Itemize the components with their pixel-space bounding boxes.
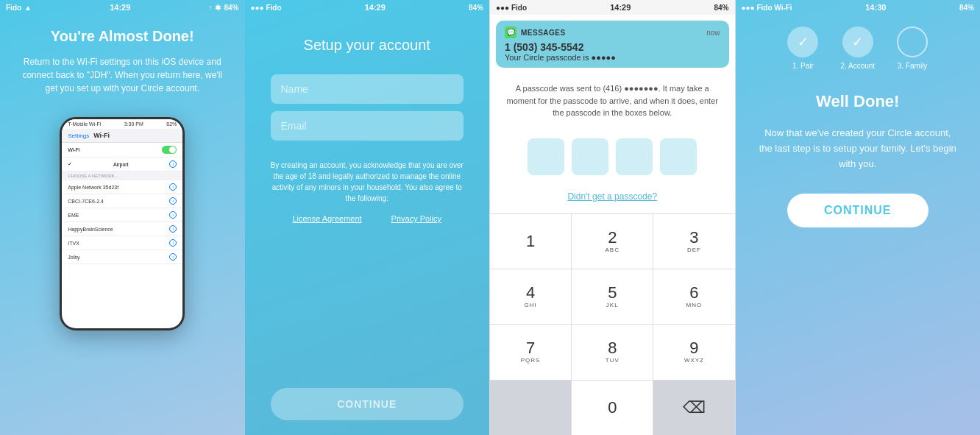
messages-app-icon: 💬: [505, 26, 516, 38]
key-number-1-2: 6: [689, 285, 698, 301]
key-0-2[interactable]: 3DEF: [653, 214, 734, 269]
key-3-1[interactable]: 0: [572, 381, 653, 435]
panel4-title: Well Done!: [816, 92, 899, 111]
step-family: ○ 3. Family: [897, 26, 928, 70]
key-3-2[interactable]: ⌫: [653, 381, 734, 435]
key-2-0[interactable]: 7PQRS: [490, 325, 572, 379]
status-left-3: ●●● Fido: [496, 4, 527, 12]
status-left-1: Fido ▲: [6, 4, 32, 12]
key-0-1[interactable]: 2ABC: [572, 214, 653, 269]
network-name-5: Jolby: [68, 255, 79, 260]
key-3-0[interactable]: [490, 381, 572, 435]
steps-row: ✓ 1. Pair ✓ 2. Account ○ 3. Family: [787, 26, 928, 70]
key-2-2[interactable]: 9WXYZ: [653, 325, 734, 379]
passcode-box-1[interactable]: [528, 138, 564, 175]
network-row-4[interactable]: ITVX i: [62, 236, 182, 250]
privacy-link[interactable]: Privacy Policy: [391, 214, 441, 223]
key-1-0[interactable]: 4GHI: [490, 269, 572, 324]
step-label-pair: 1. Pair: [792, 62, 814, 70]
network-info-3[interactable]: i: [169, 225, 177, 233]
step-account: ✓ 2. Account: [840, 26, 875, 70]
name-input[interactable]: [271, 74, 464, 104]
status-left-4: ●●● Fido Wi-Fi: [742, 4, 792, 12]
key-1-2[interactable]: 6MNO: [653, 269, 734, 324]
network-info-0[interactable]: i: [169, 183, 177, 191]
connected-checkmark: ✓: [68, 161, 72, 167]
status-bar-1: Fido ▲ 14:29 ↑ ✱ 84%: [0, 0, 245, 15]
wifi-header: Settings Wi-Fi: [62, 129, 182, 143]
notif-body: Your Circle passcode is ●●●●●: [505, 53, 720, 62]
carrier-2: ●●● Fido: [251, 4, 282, 12]
time-1: 14:29: [110, 3, 130, 12]
network-row-3[interactable]: HappyBrainScience i: [62, 222, 182, 236]
panel2-title: Setup your account: [304, 37, 430, 54]
phone-mockup: T-Mobile Wi-Fi 3:30 PM 82% Settings Wi-F…: [60, 117, 185, 330]
legal-links: License Agreement Privacy Policy: [292, 214, 441, 223]
key-1-1[interactable]: 5JKL: [572, 269, 653, 324]
key-number-2-0: 7: [526, 340, 535, 356]
keypad-row-3: 0⌫: [490, 381, 735, 435]
passcode-info-text: A passcode was sent to (416) ●●●●●●●. It…: [490, 74, 735, 128]
carrier-4: ●●● Fido Wi-Fi: [742, 4, 792, 12]
step-circle-family: ○: [897, 26, 928, 57]
network-row-2[interactable]: EME i: [62, 208, 182, 222]
terms-text: By creating an account, you acknowledge …: [271, 160, 464, 204]
key-number-2-1: 8: [608, 340, 617, 356]
keypad-row-0: 12ABC3DEF: [490, 214, 735, 269]
passcode-box-4[interactable]: [660, 138, 697, 175]
network-info-4[interactable]: i: [169, 239, 177, 247]
network-row-1[interactable]: CBCI-7CE6-2.4 i: [62, 194, 182, 208]
status-right-3: 84%: [714, 4, 728, 12]
key-number-0-1: 2: [608, 230, 617, 246]
license-link[interactable]: License Agreement: [292, 214, 361, 223]
status-left-2: ●●● Fido: [251, 4, 282, 12]
passcode-box-3[interactable]: [616, 138, 653, 175]
battery-1: 84%: [224, 4, 238, 12]
status-bar-4: ●●● Fido Wi-Fi 14:30 84%: [736, 0, 981, 15]
step-circle-pair: ✓: [787, 26, 818, 57]
network-row-0[interactable]: Apple Network 35d23f i: [62, 180, 182, 194]
notif-app-name: MESSAGES: [521, 29, 566, 37]
email-input[interactable]: [271, 111, 464, 141]
signal-icon: ▲: [24, 4, 32, 12]
passcode-box-2[interactable]: [572, 138, 608, 175]
network-name-0: Apple Network 35d23f: [68, 185, 118, 190]
time-3: 14:29: [610, 3, 631, 12]
network-info-2[interactable]: i: [169, 211, 177, 219]
phone-status-bar: T-Mobile Wi-Fi 3:30 PM 82%: [62, 119, 182, 129]
circle-family: ○: [909, 35, 917, 50]
phone-screen: T-Mobile Wi-Fi 3:30 PM 82% Settings Wi-F…: [62, 119, 182, 328]
panel1-title: You're Almost Done!: [51, 28, 194, 45]
key-letters-2-2: WXYZ: [684, 357, 704, 364]
network-name-1: CBCI-7CE6-2.4: [68, 199, 104, 204]
bluetooth-icon: ✱: [215, 4, 221, 12]
keypad: 12ABC3DEF4GHI5JKL6MNO7PQRS8TUV9WXYZ0⌫: [490, 213, 735, 436]
wifi-label: Wi-Fi: [68, 147, 79, 152]
status-bar-2: ●●● Fido 14:29 84%: [245, 0, 490, 15]
key-number-0-2: 3: [689, 230, 698, 246]
step-circle-account: ✓: [842, 26, 873, 57]
wifi-toggle-row: Wi-Fi: [62, 143, 182, 158]
network-info-icon[interactable]: i: [169, 160, 177, 168]
key-letters-0-1: ABC: [606, 247, 619, 253]
network-info-1[interactable]: i: [169, 197, 177, 205]
network-name-2: EME: [68, 213, 79, 218]
wifi-title: Wi-Fi: [93, 132, 110, 139]
wifi-toggle[interactable]: [162, 146, 177, 154]
panel-passcode: ●●● Fido 14:29 84% 💬 MESSAGES now 1 (503…: [489, 0, 736, 435]
key-letters-1-0: GHI: [524, 302, 536, 308]
status-right-1: ↑ ✱ 84%: [208, 4, 238, 12]
key-letters-1-2: MNO: [686, 302, 703, 308]
arrow-up-icon: ↑: [208, 4, 212, 12]
continue-button-2[interactable]: CONTINUE: [271, 388, 464, 420]
continue-button-4[interactable]: CONTINUE: [787, 194, 928, 227]
toggle-knob: [169, 146, 176, 153]
passcode-boxes: [505, 138, 720, 175]
status-right-4: 84%: [959, 4, 974, 12]
network-info-5[interactable]: i: [169, 253, 177, 261]
network-row-5[interactable]: Jolby i: [62, 250, 182, 264]
resend-passcode-link[interactable]: Didn't get a passcode?: [490, 191, 735, 202]
network-name-3: HappyBrainScience: [68, 227, 113, 232]
key-2-1[interactable]: 8TUV: [572, 325, 653, 379]
key-0-0[interactable]: 1: [490, 214, 572, 269]
